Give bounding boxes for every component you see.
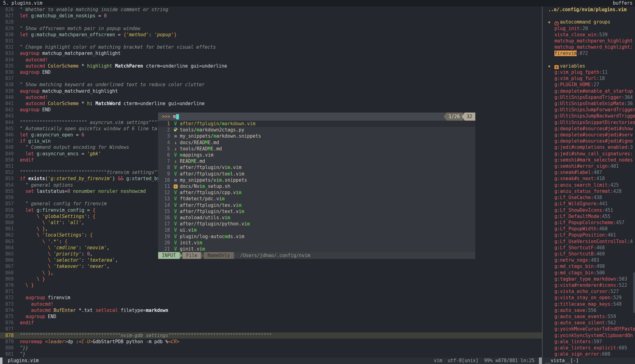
list-item[interactable]: 10≡my_snippets/vim.snippets <box>158 177 475 183</box>
vista-tag-item[interactable]: g:Lf_DefaultMode:455 <box>543 213 635 220</box>
vista-tag-item[interactable]: g:anzu_status_format:428 <box>543 188 635 194</box>
tab-plugins-vim[interactable]: 5. plugins.vim <box>0 0 42 6</box>
vista-tag-item[interactable]: g:sneak#s_next:418 <box>543 175 635 182</box>
list-item[interactable]: 5↓tools/README.md <box>158 146 475 152</box>
vista-tag-item[interactable]: g:auto_save:556 <box>543 307 635 313</box>
vista-tag-item[interactable]: g:vista_stay_on_open:529 <box>543 295 635 301</box>
code-line[interactable]: 832" Change highlight color of matching … <box>0 44 542 50</box>
code-line[interactable]: 826" Whether to enable matching inside c… <box>0 7 542 13</box>
code-line[interactable]: 876endif <box>0 320 542 326</box>
vista-tag-item[interactable]: g:Lf_ShortcutF:468 <box>543 245 635 251</box>
vista-tag-item[interactable]: g:yoinkSyncSystemClipboardOn <box>543 332 635 339</box>
list-item[interactable]: 1Vafter/ftplugin/markdown.vim <box>158 121 475 127</box>
vista-tag-item[interactable]: g:yoinkMoveCursorToEndOfPaste <box>543 326 635 332</box>
vista-tag-item[interactable]: g:UltiSnipsJumpBackwardTrigger <box>543 113 635 119</box>
vista-tag-item[interactable]: g:PLUGIN_HOME:27 <box>543 82 635 88</box>
vista-tag-item[interactable]: g:netrw_nogx:483 <box>543 257 635 263</box>
list-item[interactable]: 4↓docs/README.md <box>158 140 475 146</box>
vista-tag-item[interactable]: g:UltiSnipsSnippetDirectories <box>543 119 635 126</box>
code-line[interactable]: 829" Show offscreen match pair in popup … <box>0 25 542 32</box>
vista-tag-item[interactable]: g:auto_save_silent:562 <box>543 320 635 326</box>
code-line[interactable]: 833augroup matchup_matchparen_highlight <box>0 50 542 56</box>
code-line[interactable]: 827let g:matchup_delim_noskips = 0 <box>0 13 542 19</box>
code-line[interactable]: 875 augroup END <box>0 313 542 320</box>
vista-tag-item[interactable]: g:vista_echo_cursor:527 <box>543 288 635 295</box>
statusline-divider[interactable] <box>539 357 542 364</box>
list-item[interactable]: 3≡my_snippets/markdown.snippets <box>158 133 475 139</box>
vista-tag-item[interactable]: g:Lf_UseVersionControlTool:4 <box>543 238 635 245</box>
code-line[interactable]: 842augroup END <box>0 107 542 113</box>
vista-scrollbar[interactable] <box>633 273 635 313</box>
vista-tag-item[interactable]: plug_init:20 <box>543 25 635 32</box>
vista-tag-item[interactable]: g:deoplete#sources#jedi#igno <box>543 138 635 144</box>
vista-tag-item[interactable]: g:Lf_ShowDevIcons:451 <box>543 207 635 213</box>
list-item[interactable]: 17Vafter/ftplugin/python.vim <box>158 221 475 227</box>
code-line[interactable]: 838" Show matching keyword as underlined… <box>0 82 542 88</box>
list-item[interactable]: 21Vginit.vim <box>158 246 475 252</box>
vista-tag-item[interactable]: g:deoplete#enable_at_startup <box>543 88 635 94</box>
vista-tag-item[interactable]: g:md_ctags_bin:498 <box>543 263 635 269</box>
code-line[interactable]: 830let g:matchup_matchparen_offscreen = … <box>0 32 542 38</box>
code-line[interactable]: 879nnoremap <leader>dp :<C-U>GdbStartPDB… <box>0 339 542 345</box>
code-line[interactable]: 871 <box>0 288 542 295</box>
list-item[interactable]: 13Vftdetect/pdc.vim <box>158 196 475 202</box>
list-item[interactable]: 6Vmappings.vim <box>158 152 475 158</box>
code-line[interactable]: 835 autocmd ColorScheme * highlight Matc… <box>0 63 542 69</box>
vista-tag-item[interactable]: g:tagbar_type_markdown:503 <box>543 276 635 282</box>
code-line[interactable]: 828 <box>0 19 542 25</box>
code-line[interactable]: 880"}} <box>0 345 542 351</box>
code-line[interactable]: 840 autocmd! <box>0 94 542 100</box>
code-line[interactable]: 874 autocmd BufEnter *.txt setlocal file… <box>0 307 542 313</box>
vista-tag-item[interactable]: g:ale_linters_explicit:605 <box>543 345 635 351</box>
list-item[interactable]: 8Vafter/ftplugin/vim.vim <box>158 164 475 171</box>
code-line[interactable]: 870 \ } <box>0 282 542 288</box>
list-item[interactable]: 7↓README.md <box>158 158 475 164</box>
code-line[interactable]: 873 autocmd! <box>0 301 542 307</box>
vista-tag-item[interactable]: g:jedi#completions_enabled:3 <box>543 144 635 150</box>
code-line[interactable]: 868 \ }, <box>0 270 542 276</box>
vista-tag-item[interactable]: vista_close_win:539 <box>543 32 635 38</box>
code-line[interactable]: 837 <box>0 75 542 82</box>
code-line[interactable]: 869 \ } <box>0 276 542 282</box>
list-item[interactable]: 11>docs/Nvim_setup.sh <box>158 183 475 189</box>
vista-tag-item[interactable]: g:UltiSnipsJumpForwardTrigger <box>543 107 635 113</box>
list-item[interactable]: 18Vui.vim <box>158 227 475 233</box>
code-line[interactable]: 834 autocmd! <box>0 57 542 63</box>
code-line[interactable]: 878""""""""""""""""""""""""""""""""""""n… <box>0 332 542 339</box>
vista-tag-item[interactable]: g:Lf_PopupWidth:460 <box>543 226 635 232</box>
vista-tag-item[interactable]: g:deoplete#sources#jedi#show <box>543 126 635 132</box>
vista-tag-item[interactable]: g:deoplete#sources#jedi#serv <box>543 132 635 138</box>
list-item[interactable]: 19Vplugin/log-autocmds.vim <box>158 233 475 240</box>
list-item[interactable]: 16Vautoload/utils.vim <box>158 215 475 221</box>
code-line[interactable]: 867 \ 'takeover': 'never', <box>0 263 542 269</box>
vista-tag-item[interactable]: g:semshi#mark_selected_nodes <box>543 157 635 163</box>
list-item[interactable]: 15Vafter/ftplugin/text.vim <box>158 208 475 215</box>
vista-tag-item[interactable]: matchup_matchparen_highlight <box>543 38 635 44</box>
vista-tag-item[interactable]: matchup_matchword_highlight: <box>543 44 635 50</box>
vista-tag-item[interactable]: g:ale_linters:597 <box>543 339 635 345</box>
vista-tag-item[interactable]: g:semshi#error_sign:401 <box>543 163 635 169</box>
vista-tag-item[interactable]: g:Lf_PopupColorscheme:457 <box>543 220 635 226</box>
list-item[interactable]: 2tools/markdown2ctags.py <box>158 127 475 133</box>
list-item[interactable]: 12Vafter/ftplugin/cpp.vim <box>158 189 475 196</box>
vista-tag-item[interactable]: g:UltiSnipsEnableSnipMate:36 <box>543 100 635 107</box>
code-line[interactable]: 841 autocmd ColorScheme * hi MatchWord c… <box>0 100 542 107</box>
code-line[interactable]: 872 augroup firenvim <box>0 295 542 301</box>
code-line[interactable]: 877 <box>0 326 542 332</box>
vista-tag-item[interactable]: g:ale_sign_error:608 <box>543 351 635 357</box>
vista-tag-item[interactable]: g:sneak#label:407 <box>543 169 635 175</box>
vista-tag-item[interactable]: g:anzu_search_limit:425 <box>543 182 635 188</box>
vista-tag-item[interactable]: firenvim:872 <box>543 50 635 56</box>
vista-tag-item[interactable]: g:auto_save_events:559 <box>543 313 635 320</box>
vista-tag-item[interactable]: g:vim_plug_fpath:11 <box>543 69 635 75</box>
vista-sidebar[interactable]: ..o/.config/nvim/plugins.vim▼?autocomman… <box>542 7 635 357</box>
vista-tag-item[interactable]: g:jedi#show_call_signatures: <box>543 151 635 157</box>
code-line[interactable]: 881"} <box>0 351 542 357</box>
vista-tag-item[interactable]: g:Lf_ShortcutB:469 <box>543 251 635 257</box>
list-item[interactable]: 14Vafter/ftplugin/tex.vim <box>158 202 475 208</box>
vista-tag-item[interactable]: g:titlecase_map_keys:548 <box>543 301 635 307</box>
code-line[interactable]: 831 <box>0 38 542 44</box>
vista-tag-item[interactable]: g:vista#renderer#icons:522 <box>543 282 635 288</box>
list-item[interactable]: 9Vafter/ftplugin/toml.vim <box>158 171 475 177</box>
vista-tag-item[interactable]: g:md_ctags_bin:500 <box>543 270 635 276</box>
